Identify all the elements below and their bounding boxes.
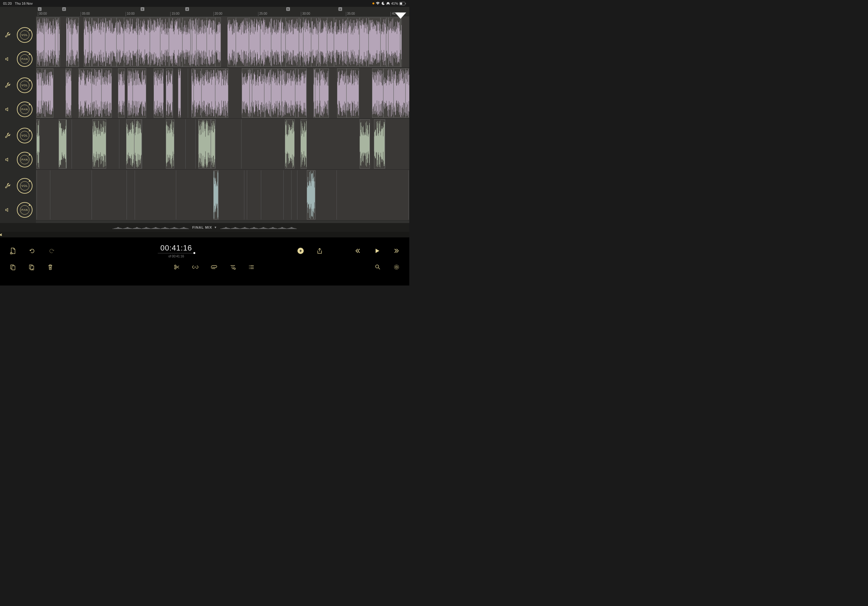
current-time-display[interactable]: 00:41:16 bbox=[158, 244, 194, 253]
headphones-icon bbox=[386, 2, 390, 5]
timeline-marker[interactable]: 5 bbox=[286, 7, 290, 11]
track-1-controls: VOL PAN bbox=[0, 22, 36, 72]
time-ruler[interactable]: 00:0005:0010:0015:0020:0025:0030:0035:00… bbox=[36, 11, 409, 17]
share-icon[interactable] bbox=[316, 247, 323, 254]
final-mix-dropdown[interactable]: FINAL MIX ▼ bbox=[192, 226, 217, 229]
wifi-icon bbox=[375, 2, 380, 5]
knob-label: VOL bbox=[20, 81, 29, 90]
total-time-display: of 00:41:16 bbox=[168, 254, 184, 258]
audio-track[interactable] bbox=[36, 170, 409, 220]
speaker-icon[interactable] bbox=[4, 55, 11, 63]
wrench-icon[interactable] bbox=[4, 82, 11, 89]
svg-point-8 bbox=[175, 265, 176, 267]
do-not-disturb-icon bbox=[381, 2, 385, 5]
track-4-controls: VOL PAN bbox=[0, 173, 36, 223]
decorative-wave-icon: ▁▂▃▅▃▂▁▂▃▅▃▂▁▂▃▅▃▂▁▂▃▅▃▂▁▂▃▅▃▂▁▂▃▅▃▂▁▂▃▅… bbox=[220, 226, 297, 229]
speaker-icon[interactable] bbox=[4, 105, 11, 113]
track-2-controls: VOL PAN bbox=[0, 72, 36, 122]
knob-label: VOL bbox=[20, 181, 29, 191]
svg-rect-2 bbox=[406, 3, 406, 4]
redo-icon[interactable] bbox=[48, 247, 55, 254]
ruler-tick: 20:00 bbox=[213, 12, 222, 16]
timeline-marker[interactable]: 1 bbox=[38, 7, 42, 11]
knob-label: PAN bbox=[20, 54, 29, 64]
svg-rect-5 bbox=[12, 266, 15, 270]
wrench-icon[interactable] bbox=[4, 182, 11, 190]
decorative-wave-icon: ▁▂▃▅▃▂▁▂▃▅▃▂▁▂▃▅▃▂▁▂▃▅▃▂▁▂▃▅▃▂▁▂▃▅▃▂▁▂▃▅… bbox=[113, 226, 189, 229]
forward-icon[interactable] bbox=[393, 247, 400, 254]
wrench-icon[interactable] bbox=[4, 132, 11, 139]
pan-knob[interactable]: PAN bbox=[17, 51, 33, 67]
undo-icon[interactable] bbox=[29, 247, 36, 254]
add-button[interactable]: + bbox=[298, 248, 304, 254]
ruler-tick: 00:00 bbox=[38, 12, 47, 16]
ruler-tick: 15:00 bbox=[170, 12, 179, 16]
status-time: 01:20 bbox=[3, 2, 12, 5]
ruler-tick: 05:00 bbox=[81, 12, 90, 16]
final-mix-label: FINAL MIX bbox=[192, 226, 212, 229]
timeline-marker[interactable]: 2 bbox=[62, 7, 66, 11]
pan-knob[interactable]: PAN bbox=[17, 152, 33, 167]
attach-icon[interactable] bbox=[211, 263, 217, 271]
timeline-marker[interactable]: 3 bbox=[141, 7, 144, 11]
rewind-icon[interactable] bbox=[354, 247, 361, 254]
svg-point-13 bbox=[249, 267, 250, 267]
filter-icon[interactable]: i bbox=[229, 263, 236, 271]
track-3-controls: VOL PAN bbox=[0, 122, 36, 173]
status-date: Thu 16 Nov bbox=[15, 2, 33, 5]
new-file-icon[interactable] bbox=[9, 247, 16, 254]
markers-row[interactable]: 123456 bbox=[36, 7, 409, 11]
ruler-tick: 30:00 bbox=[301, 12, 310, 16]
ruler-tick: 10:00 bbox=[126, 12, 135, 16]
paste-icon[interactable] bbox=[28, 263, 35, 271]
tracks-container bbox=[36, 17, 409, 220]
link-icon[interactable] bbox=[192, 263, 199, 271]
svg-point-15 bbox=[375, 265, 379, 268]
svg-point-16 bbox=[394, 265, 399, 269]
knob-label: VOL bbox=[20, 30, 29, 40]
track-control-rail: VOL PAN VOL PAN bbox=[0, 7, 36, 223]
svg-text:i: i bbox=[235, 268, 235, 270]
knob-label: PAN bbox=[20, 155, 29, 164]
gear-icon[interactable] bbox=[393, 263, 400, 271]
playhead-icon[interactable] bbox=[395, 12, 406, 19]
wrench-icon[interactable] bbox=[4, 31, 11, 39]
search-icon[interactable] bbox=[374, 263, 381, 271]
list-icon[interactable] bbox=[248, 263, 255, 271]
battery-icon bbox=[399, 2, 406, 5]
knob-label: VOL bbox=[20, 131, 29, 140]
copy-icon[interactable] bbox=[9, 263, 16, 271]
chevron-left-icon: ‹ bbox=[0, 232, 2, 237]
recording-indicator-icon bbox=[372, 3, 374, 5]
svg-point-9 bbox=[175, 268, 176, 269]
bottom-toolbar-area: ‹ ‹ ‹ ‹ ‹ 00:41:16 of 00:41:16 + bbox=[0, 232, 409, 285]
timeline-marker[interactable]: 4 bbox=[185, 7, 189, 11]
volume-knob[interactable]: VOL bbox=[17, 77, 33, 93]
battery-percent: 41% bbox=[391, 2, 398, 5]
final-mix-bar: ▁▂▃▅▃▂▁▂▃▅▃▂▁▂▃▅▃▂▁▂▃▅▃▂▁▂▃▅▃▂▁▂▃▅▃▂▁▂▃▅… bbox=[0, 223, 409, 232]
audio-track[interactable] bbox=[36, 68, 409, 119]
timeline-marker[interactable]: 6 bbox=[338, 7, 342, 11]
knob-label: PAN bbox=[20, 205, 29, 215]
collapse-handle[interactable]: ‹ ‹ ‹ ‹ ‹ bbox=[0, 232, 409, 237]
audio-track[interactable] bbox=[36, 17, 409, 68]
svg-point-17 bbox=[395, 266, 397, 268]
trash-icon[interactable] bbox=[47, 263, 54, 271]
ruler-tick: 25:00 bbox=[258, 12, 267, 16]
svg-point-14 bbox=[249, 268, 250, 269]
pan-knob[interactable]: PAN bbox=[17, 202, 33, 218]
volume-knob[interactable]: VOL bbox=[17, 178, 33, 194]
speaker-icon[interactable] bbox=[4, 156, 11, 163]
chevron-down-icon: ▼ bbox=[214, 226, 217, 229]
volume-knob[interactable]: VOL bbox=[17, 27, 33, 43]
pan-knob[interactable]: PAN bbox=[17, 102, 33, 117]
audio-track[interactable] bbox=[36, 119, 409, 170]
scissors-icon[interactable] bbox=[173, 263, 180, 271]
timeline-area[interactable]: 123456 00:0005:0010:0015:0020:0025:0030:… bbox=[36, 7, 409, 223]
volume-knob[interactable]: VOL bbox=[17, 128, 33, 143]
svg-rect-1 bbox=[400, 3, 402, 5]
status-bar: 01:20 Thu 16 Nov 41% bbox=[0, 0, 409, 7]
speaker-icon[interactable] bbox=[4, 206, 11, 214]
knob-label: PAN bbox=[20, 105, 29, 114]
play-icon[interactable] bbox=[374, 247, 381, 254]
